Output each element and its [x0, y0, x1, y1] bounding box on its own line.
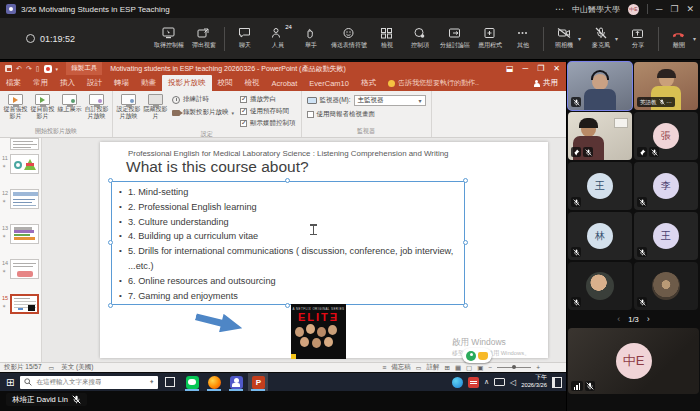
slide-title[interactable]: What is this course about? [126, 158, 309, 176]
bullet-item[interactable]: 4. Building up a curriculum vitae [118, 229, 458, 244]
zoom-slider[interactable] [497, 367, 531, 368]
people-button[interactable]: 24 人員 [265, 27, 291, 50]
leave-button[interactable]: 離開 [666, 27, 692, 50]
display-tray-icon[interactable] [494, 378, 505, 386]
close-icon[interactable]: ✕ [686, 5, 694, 14]
participant-video-tile[interactable]: 英語教 ⋯ [634, 62, 698, 110]
resize-handle[interactable] [285, 178, 290, 183]
edge-tray-icon[interactable] [452, 377, 463, 388]
zoom-in-icon[interactable]: + [536, 364, 540, 371]
hidden-icons-chevron[interactable] [484, 378, 489, 386]
tab-slideshow-active[interactable]: 投影片放映 [162, 75, 212, 91]
comments-button[interactable]: 註解 [426, 363, 439, 372]
restore-icon[interactable]: ❐ [670, 5, 678, 14]
selected-textbox[interactable]: 1. Mind-setting 2. Professional English … [111, 181, 465, 305]
bullet-item[interactable]: 1. Mind-setting [118, 185, 458, 200]
participant-video-tile[interactable] [568, 62, 632, 110]
play-narrations-checkbox[interactable]: 播放旁白 [238, 93, 298, 105]
send-reaction-button[interactable]: 傳送表情符號 [331, 27, 367, 50]
tab-acrobat[interactable]: Acrobat [266, 76, 304, 91]
tab-review[interactable]: 校閱 [212, 75, 239, 91]
custom-show-button[interactable]: 自訂投影片放映 [84, 93, 109, 120]
resize-handle[interactable] [463, 240, 468, 245]
tab-evercam[interactable]: EverCam10 [303, 76, 355, 91]
mic-button[interactable]: 麥克風 [588, 27, 614, 50]
leave-options-caret[interactable] [693, 27, 696, 45]
presenter-view-checkbox[interactable]: 使用簡報者檢視畫面 [305, 108, 428, 120]
slideshow-view-icon[interactable] [477, 364, 483, 372]
ppt-minimize-icon[interactable]: ─ [522, 64, 528, 73]
ribbon-display-options-icon[interactable]: ⬓ [506, 64, 514, 73]
tab-view[interactable]: 檢視 [239, 75, 266, 91]
bullet-item[interactable]: 3. Culture understanding [118, 215, 458, 230]
taskbar-clock[interactable]: 下午 2026/3/26 [521, 374, 547, 389]
tab-file[interactable]: 檔案 [0, 75, 27, 91]
action-center-icon[interactable] [552, 377, 562, 388]
take-control-button[interactable]: 取得控制權 [154, 27, 184, 50]
user-avatar[interactable]: 中E [628, 4, 639, 15]
blue-arrow-shape[interactable] [193, 307, 244, 337]
resize-handle[interactable] [108, 240, 113, 245]
participant-avatar-tile[interactable]: 張 [634, 112, 698, 160]
bullet-item[interactable]: 2. Professional English learning [118, 200, 458, 215]
share-button[interactable]: 分享 [625, 27, 651, 50]
task-view-button[interactable] [160, 373, 180, 391]
elite-poster-image[interactable]: A NETFLIX ORIGINAL SERIES ELITƎ [291, 304, 346, 359]
bullet-item[interactable]: 5. Drills for international communicatio… [118, 244, 458, 274]
ppt-restore-icon[interactable]: ❐ [537, 64, 544, 73]
titlebar-more-icon[interactable]: ⋯ [555, 5, 564, 14]
ppt-close-icon[interactable]: ✕ [553, 64, 560, 73]
minimize-icon[interactable]: ─ [656, 5, 662, 14]
reading-view-icon[interactable] [466, 364, 472, 372]
tell-me-box[interactable]: 告訴我您想要執行的動作.. [388, 78, 479, 91]
participant-avatar-tile[interactable]: 李 [634, 162, 698, 210]
tab-design[interactable]: 設計 [81, 75, 108, 91]
new-slide-icon[interactable]: ▯ [36, 65, 40, 73]
present-online-button[interactable]: 線上展示 [57, 93, 82, 113]
ppt-share-button[interactable]: 共用 [533, 78, 558, 91]
camera-options-caret[interactable] [578, 27, 581, 45]
tab-insert[interactable]: 插入 [54, 75, 81, 91]
camera-button[interactable]: 照相機 [551, 27, 577, 50]
raise-hand-button[interactable]: 舉手 [298, 27, 324, 50]
apps-button[interactable]: 應用程式 [477, 27, 503, 50]
tab-home[interactable]: 常用 [27, 75, 54, 91]
taskbar-teams-app[interactable] [226, 373, 246, 391]
bullet-item[interactable]: 6. Online resources and outsourcing [118, 274, 458, 289]
participant-photo-tile[interactable] [568, 262, 632, 310]
participant-photo-tile[interactable] [634, 262, 698, 310]
floating-widget[interactable] [462, 348, 492, 363]
notes-button[interactable]: 備忘稿 [391, 363, 411, 372]
monitor-dropdown[interactable]: 主監視器 [354, 95, 426, 106]
resize-handle[interactable] [463, 303, 468, 308]
undo-icon[interactable]: ↶ [16, 65, 22, 73]
view-button[interactable]: 檢視 [374, 27, 400, 50]
from-current-button[interactable]: 從目前投影片 [30, 93, 55, 120]
normal-view-icon[interactable] [444, 364, 449, 372]
participant-avatar-tile[interactable]: 王 [568, 162, 632, 210]
language-indicator[interactable]: 英文 (美國) [61, 363, 93, 372]
more-button[interactable]: 其他 [510, 27, 536, 50]
resize-handle[interactable] [285, 303, 290, 308]
qat-customize-caret[interactable]: ▾ [56, 66, 59, 72]
mic-options-caret[interactable] [615, 27, 618, 45]
rehearse-timings-button[interactable]: 排練計時 [170, 93, 236, 106]
page-previous-icon[interactable] [617, 314, 620, 324]
record-slideshow-button[interactable]: 錄製投影片放映 ▾ [170, 106, 236, 119]
resize-handle[interactable] [108, 303, 113, 308]
participant-avatar-tile[interactable]: 林 [568, 212, 632, 260]
volume-tray-icon[interactable] [510, 378, 516, 387]
taskbar-firefox-app[interactable] [204, 373, 224, 391]
record-button-icon[interactable] [44, 65, 52, 73]
red-tray-app-icon[interactable] [468, 377, 479, 388]
setup-slideshow-button[interactable]: 設定投影片放映 [116, 93, 141, 120]
tab-format[interactable]: 格式 [355, 75, 382, 91]
zoom-out-icon[interactable]: − [488, 364, 492, 371]
participant-avatar-tile[interactable]: 王 [634, 212, 698, 260]
taskbar-search-box[interactable]: 在這裡輸入文字來搜尋 [20, 376, 158, 389]
taskbar-powerpoint-app[interactable]: P [248, 373, 268, 391]
chat-button[interactable]: 聊天 [232, 27, 258, 50]
resize-handle[interactable] [463, 178, 468, 183]
self-video-tile[interactable]: 中E [568, 328, 699, 394]
save-icon[interactable] [5, 65, 12, 72]
